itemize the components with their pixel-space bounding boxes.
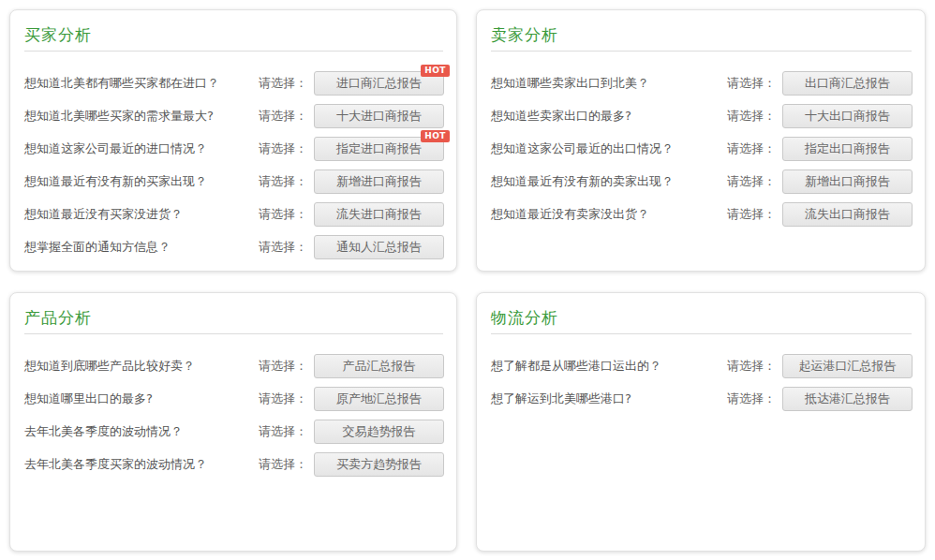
report-row: 想知道这家公司最近的出口情况？ 请选择： 指定出口商报告 <box>491 132 913 165</box>
report-button[interactable]: 产品汇总报告 <box>314 354 444 378</box>
report-button-wrap: 十大进口商报告 <box>314 104 444 128</box>
report-button-wrap: 进口商汇总报告 HOT <box>314 71 444 96</box>
report-button-wrap: 起运港口汇总报告 <box>782 354 913 378</box>
select-label: 请选择： <box>727 75 776 92</box>
panel-rows: 想知道北美都有哪些买家都在进口？ 请选择： 进口商汇总报告 HOT 想知道北美哪… <box>24 66 444 263</box>
report-button-wrap: 买卖方趋势报告 <box>314 452 444 477</box>
select-label: 请选择： <box>259 358 307 375</box>
report-row: 想了解运到北美哪些港口? 请选择： 抵达港汇总报告 <box>491 382 913 415</box>
question-text: 想了解都是从哪些港口运出的？ <box>491 358 727 375</box>
report-button-wrap: 指定进口商报告 HOT <box>314 137 444 161</box>
report-row: 想知道最近没有卖家没出货？ 请选择： 流失出口商报告 <box>491 198 913 230</box>
report-row: 想掌握全面的通知方信息？ 请选择： 通知人汇总报告 <box>24 230 444 263</box>
question-text: 去年北美各季度的波动情况？ <box>24 423 259 440</box>
question-text: 想知道些卖家出口的最多? <box>491 108 727 125</box>
report-button[interactable]: 买卖方趋势报告 <box>314 452 444 477</box>
divider <box>491 333 912 334</box>
panel-product-analysis: 产品分析 想知道到底哪些产品比较好卖？ 请选择： 产品汇总报告 想知道哪里出口的… <box>9 292 457 552</box>
report-button-wrap: 流失进口商报告 <box>314 202 444 227</box>
select-label: 请选择： <box>727 108 776 125</box>
report-button-wrap: 流失出口商报告 <box>782 202 913 227</box>
select-label: 请选择： <box>727 391 776 407</box>
select-label: 请选择： <box>259 108 307 125</box>
hot-badge: HOT <box>421 65 450 77</box>
question-text: 想知道这家公司最近的出口情况？ <box>491 140 727 157</box>
report-button-wrap: 十大出口商报告 <box>782 104 913 128</box>
divider <box>491 51 912 52</box>
analysis-dashboard: 买家分析 想知道北美都有哪些买家都在进口？ 请选择： 进口商汇总报告 HOT 想… <box>0 0 935 560</box>
question-text: 想知道最近有没有新的买家出现？ <box>24 173 259 190</box>
hot-badge: HOT <box>421 130 450 142</box>
report-button[interactable]: 十大出口商报告 <box>782 104 913 128</box>
report-button-wrap: 产品汇总报告 <box>314 354 444 378</box>
report-row: 想知道哪些卖家出口到北美？ 请选择： 出口商汇总报告 <box>491 66 913 99</box>
select-label: 请选择： <box>259 206 307 223</box>
divider <box>24 333 443 334</box>
report-button[interactable]: 起运港口汇总报告 <box>782 354 913 378</box>
panel-buyer-analysis: 买家分析 想知道北美都有哪些买家都在进口？ 请选择： 进口商汇总报告 HOT 想… <box>9 9 457 272</box>
report-button[interactable]: 交易趋势报告 <box>314 420 444 444</box>
report-row: 想知道到底哪些产品比较好卖？ 请选择： 产品汇总报告 <box>24 349 444 382</box>
report-button[interactable]: 原产地汇总报告 <box>314 387 444 411</box>
panel-title: 卖家分析 <box>491 22 913 47</box>
select-label: 请选择： <box>259 140 307 157</box>
select-label: 请选择： <box>727 358 776 375</box>
report-button[interactable]: 十大进口商报告 <box>314 104 444 128</box>
report-row: 想知道哪里出口的最多? 请选择： 原产地汇总报告 <box>24 382 444 415</box>
question-text: 想知道北美哪些买家的需求量最大? <box>24 108 259 125</box>
question-text: 想知道最近有没有新的卖家出现？ <box>491 173 727 190</box>
report-row: 想知道最近有没有新的卖家出现？ 请选择： 新增出口商报告 <box>491 165 913 198</box>
question-text: 想掌握全面的通知方信息？ <box>24 239 259 256</box>
question-text: 想知道这家公司最近的进口情况？ <box>24 140 259 157</box>
panel-title: 产品分析 <box>24 305 444 330</box>
report-row: 去年北美各季度的波动情况？ 请选择： 交易趋势报告 <box>24 415 444 448</box>
report-button-wrap: 通知人汇总报告 <box>314 235 444 259</box>
report-row: 想知道北美都有哪些买家都在进口？ 请选择： 进口商汇总报告 HOT <box>24 66 444 99</box>
report-button-wrap: 原产地汇总报告 <box>314 387 444 411</box>
report-row: 想知道些卖家出口的最多? 请选择： 十大出口商报告 <box>491 99 913 132</box>
report-button-wrap: 抵达港汇总报告 <box>782 387 913 411</box>
panel-rows: 想知道哪些卖家出口到北美？ 请选择： 出口商汇总报告 想知道些卖家出口的最多? … <box>491 66 913 230</box>
report-button-wrap: 新增出口商报告 <box>782 169 913 194</box>
report-row: 想了解都是从哪些港口运出的？ 请选择： 起运港口汇总报告 <box>491 349 913 382</box>
report-button[interactable]: 新增进口商报告 <box>314 169 444 194</box>
question-text: 想知道最近没有买家没进货？ <box>24 206 259 223</box>
question-text: 想了解运到北美哪些港口? <box>491 391 727 407</box>
report-button[interactable]: 抵达港汇总报告 <box>782 387 913 411</box>
panel-seller-analysis: 卖家分析 想知道哪些卖家出口到北美？ 请选择： 出口商汇总报告 想知道些卖家出口… <box>476 9 926 272</box>
select-label: 请选择： <box>259 423 307 440</box>
report-button[interactable]: 出口商汇总报告 <box>782 71 913 96</box>
report-button[interactable]: 流失进口商报告 <box>314 202 444 227</box>
report-row: 想知道最近有没有新的买家出现？ 请选择： 新增进口商报告 <box>24 165 444 198</box>
select-label: 请选择： <box>727 206 776 223</box>
report-row: 想知道最近没有买家没进货？ 请选择： 流失进口商报告 <box>24 198 444 230</box>
report-button[interactable]: 新增出口商报告 <box>782 169 913 194</box>
report-button-wrap: 出口商汇总报告 <box>782 71 913 96</box>
select-label: 请选择： <box>727 140 776 157</box>
select-label: 请选择： <box>727 173 776 190</box>
select-label: 请选择： <box>259 456 307 473</box>
select-label: 请选择： <box>259 75 307 92</box>
report-button-wrap: 交易趋势报告 <box>314 420 444 444</box>
select-label: 请选择： <box>259 173 307 190</box>
panel-logistics-analysis: 物流分析 想了解都是从哪些港口运出的？ 请选择： 起运港口汇总报告 想了解运到北… <box>476 292 926 552</box>
panel-title: 物流分析 <box>491 305 913 330</box>
panel-rows: 想了解都是从哪些港口运出的？ 请选择： 起运港口汇总报告 想了解运到北美哪些港口… <box>491 349 913 415</box>
select-label: 请选择： <box>259 391 307 407</box>
report-button[interactable]: 指定出口商报告 <box>782 137 913 161</box>
report-button-wrap: 指定出口商报告 <box>782 137 913 161</box>
report-row: 去年北美各季度买家的波动情况？ 请选择： 买卖方趋势报告 <box>24 448 444 480</box>
question-text: 想知道哪些卖家出口到北美？ <box>491 75 727 92</box>
report-row: 想知道北美哪些买家的需求量最大? 请选择： 十大进口商报告 <box>24 99 444 132</box>
report-button-wrap: 新增进口商报告 <box>314 169 444 194</box>
question-text: 想知道到底哪些产品比较好卖？ <box>24 358 259 375</box>
panel-title: 买家分析 <box>24 22 444 47</box>
select-label: 请选择： <box>259 239 307 256</box>
report-button[interactable]: 流失出口商报告 <box>782 202 913 227</box>
question-text: 想知道北美都有哪些买家都在进口？ <box>24 75 259 92</box>
panel-rows: 想知道到底哪些产品比较好卖？ 请选择： 产品汇总报告 想知道哪里出口的最多? 请… <box>24 349 444 480</box>
question-text: 去年北美各季度买家的波动情况？ <box>24 456 259 473</box>
question-text: 想知道最近没有卖家没出货？ <box>491 206 727 223</box>
report-button[interactable]: 通知人汇总报告 <box>314 235 444 259</box>
report-row: 想知道这家公司最近的进口情况？ 请选择： 指定进口商报告 HOT <box>24 132 444 165</box>
